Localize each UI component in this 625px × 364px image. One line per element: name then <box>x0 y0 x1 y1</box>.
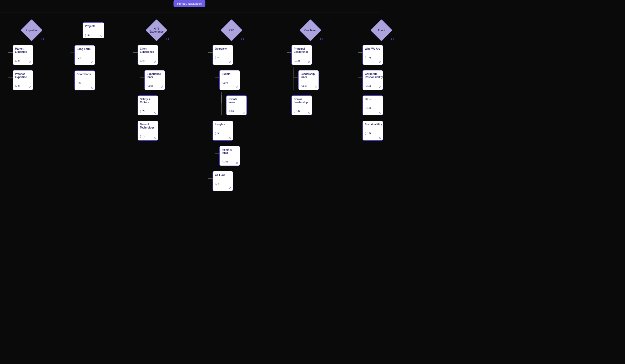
card-title: Corporate Responsibility <box>365 73 381 79</box>
card-code: (U8) <box>215 56 231 59</box>
node-card[interactable]: Market Expertise (U2) <box>13 45 33 65</box>
node-handle-icon <box>308 61 310 63</box>
card-code: (U26) <box>301 85 316 87</box>
card-title: Insights Inner <box>222 148 238 155</box>
section-header-label: Expertise <box>24 22 39 38</box>
card-code: (U23) <box>222 160 238 163</box>
section-header-expertise[interactable]: Expertise <box>24 22 39 38</box>
node-handle-icon <box>154 112 156 114</box>
card-code: (U11) <box>365 56 381 59</box>
section-header-hitt[interactable]: HITT Experience <box>149 22 164 38</box>
card-code: (U7) <box>140 110 156 112</box>
node-handle-icon <box>161 86 163 88</box>
node-card[interactable]: Short Form (U5) <box>74 70 95 90</box>
node-handle-icon <box>308 112 310 114</box>
node-card[interactable]: Overview (U8) <box>213 45 233 65</box>
node-handle-icon <box>229 187 231 189</box>
card-title: DE + I <box>365 98 381 101</box>
node-handle-icon <box>320 38 322 40</box>
card-title: Overview <box>215 47 231 50</box>
section-header-team[interactable]: Our Team <box>303 22 318 38</box>
node-card[interactable]: Who We Are (U11) <box>362 45 383 65</box>
card-title: Co | Lab <box>215 173 231 177</box>
node-card[interactable]: Co | Lab (U4) <box>213 171 233 191</box>
card-title: Insights <box>215 123 231 126</box>
section-expertise: Expertise Market Expertise (U2) Practice… <box>3 22 61 90</box>
node-card[interactable]: Practice Expertise (U2) <box>13 70 33 90</box>
card-code: (U4) <box>215 182 231 185</box>
card-title: Short Form <box>77 73 93 76</box>
node-handle-icon <box>379 61 381 63</box>
card-title: Safety & Culture <box>140 98 156 104</box>
node-handle-icon <box>391 38 394 40</box>
section-header-label: About <box>374 22 389 38</box>
node-card[interactable]: Client Experience (U6) <box>138 45 158 65</box>
node-card[interactable]: Insights (U9) <box>213 121 233 141</box>
card-code: (U14) <box>294 110 310 112</box>
node-card[interactable]: Corporate Responsibility (U15) <box>362 70 383 90</box>
section-projects: Projects (U3) Long Form (U4) Short Form … <box>64 22 122 90</box>
node-handle-icon <box>42 38 44 40</box>
root-node[interactable]: Primary Navigation <box>174 0 205 7</box>
node-card[interactable]: Long Form (U4) <box>74 45 95 65</box>
card-title: Principal Leadership <box>294 47 310 54</box>
node-handle-icon <box>100 35 102 37</box>
card-code: (U13) <box>294 59 310 62</box>
node-card[interactable]: Senior Leadership (U14) <box>291 95 312 115</box>
card-title: Events <box>222 73 238 76</box>
node-handle-icon <box>29 61 31 63</box>
card-title: Senior Leadership <box>294 98 310 104</box>
node-handle-icon <box>154 137 156 139</box>
node-card[interactable]: Experience Inner (U29) <box>144 70 165 90</box>
card-code: (U27) <box>222 81 238 84</box>
node-handle-icon <box>29 86 31 88</box>
section-rd: R&D Overview (U8) Events (U27) <box>203 22 260 191</box>
card-code: (U5) <box>77 82 93 84</box>
node-handle-icon <box>236 162 238 164</box>
card-code: (U6) <box>140 59 156 62</box>
card-title: Leadership Inner <box>301 73 316 79</box>
node-handle-icon <box>229 61 231 63</box>
node-handle-icon <box>241 38 244 40</box>
node-card[interactable]: Tools & Technology (U7) <box>138 121 158 141</box>
section-header-label: R&D <box>224 22 239 38</box>
card-title: Sustainability <box>365 123 381 126</box>
root-label: Primary Navigation <box>177 2 202 5</box>
node-card[interactable]: Events (U27) <box>219 70 240 90</box>
node-handle-icon <box>154 61 156 63</box>
card-code: (U29) <box>147 85 163 87</box>
card-code: (U15) <box>365 85 381 87</box>
section-header-projects[interactable]: Projects (U3) <box>83 22 104 38</box>
card-title: Practice Expertise <box>15 73 31 79</box>
node-card[interactable]: Leadership Inner (U26) <box>298 70 319 90</box>
card-title: Market Expertise <box>15 47 31 54</box>
card-code: (U2) <box>15 59 31 62</box>
card-code: (U4) <box>77 57 93 59</box>
section-header-about[interactable]: About <box>374 22 389 38</box>
section-team: Our Team Principal Leadership (U13) Lead… <box>281 22 339 115</box>
section-header-label: HITT Experience <box>149 22 164 38</box>
section-header-label: Our Team <box>303 22 318 38</box>
node-card[interactable]: Insights Inner (U23) <box>219 146 240 166</box>
sitemap-canvas[interactable]: Primary Navigation Expertise Market Expe… <box>0 0 379 221</box>
node-handle-icon <box>379 86 381 88</box>
node-card[interactable]: DE + I (U16) <box>362 95 383 115</box>
node-card[interactable]: Sustainability (U19) <box>362 121 383 141</box>
card-code: (U28) <box>229 110 244 112</box>
card-code: (U9) <box>215 132 231 135</box>
node-handle-icon <box>91 87 93 89</box>
card-title: Experience Inner <box>147 73 163 79</box>
card-title: Tools & Technology <box>140 123 156 129</box>
node-handle-icon <box>229 137 231 139</box>
node-card[interactable]: Events Inner (U28) <box>226 95 247 115</box>
card-code: (U19) <box>365 132 381 135</box>
root-connector-line <box>0 13 379 13</box>
section-header-label: Projects <box>85 25 102 28</box>
node-card[interactable]: Principal Leadership (U13) <box>291 45 312 65</box>
node-handle-icon <box>379 137 381 139</box>
card-code: (U7) <box>140 135 156 138</box>
node-card[interactable]: Safety & Culture (U7) <box>138 95 158 115</box>
node-handle-icon <box>315 86 317 88</box>
node-handle-icon <box>236 86 238 88</box>
section-header-rd[interactable]: R&D <box>224 22 239 38</box>
